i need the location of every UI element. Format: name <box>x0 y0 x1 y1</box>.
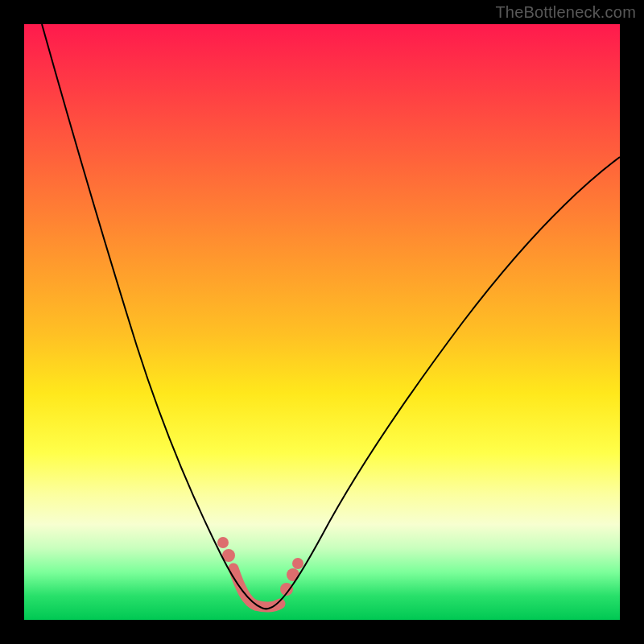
svg-point-0 <box>217 537 229 548</box>
plot-area <box>24 24 620 620</box>
curve-svg <box>24 24 620 620</box>
svg-point-4 <box>292 558 303 569</box>
chart-frame: TheBottleneck.com <box>0 0 644 644</box>
watermark-text: TheBottleneck.com <box>495 3 636 22</box>
curve-right-branch <box>270 157 620 608</box>
svg-point-3 <box>287 568 299 581</box>
curve-left-branch <box>42 24 262 608</box>
